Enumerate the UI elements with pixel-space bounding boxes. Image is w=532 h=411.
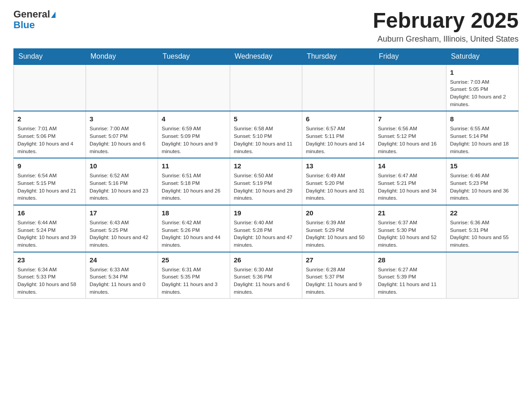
day-info: Sunrise: 7:01 AMSunset: 5:06 PMDaylight:… [17, 125, 82, 155]
day-number: 2 [17, 114, 82, 124]
calendar-title: February 2025 [373, 9, 519, 33]
table-row: 28Sunrise: 6:27 AMSunset: 5:39 PMDayligh… [374, 252, 446, 299]
header-saturday: Saturday [446, 48, 518, 64]
table-row [446, 252, 518, 299]
table-row: 7Sunrise: 6:56 AMSunset: 5:12 PMDaylight… [374, 111, 446, 158]
table-row [374, 64, 446, 111]
day-info: Sunrise: 7:03 AMSunset: 5:05 PMDaylight:… [450, 78, 515, 108]
day-number: 20 [306, 208, 370, 218]
day-info: Sunrise: 6:57 AMSunset: 5:11 PMDaylight:… [306, 125, 370, 155]
day-number: 19 [234, 208, 298, 218]
logo-triangle-icon [51, 12, 56, 18]
day-info: Sunrise: 6:40 AMSunset: 5:28 PMDaylight:… [234, 219, 298, 249]
table-row: 24Sunrise: 6:33 AMSunset: 5:34 PMDayligh… [86, 252, 158, 299]
table-row [86, 64, 158, 111]
table-row: 19Sunrise: 6:40 AMSunset: 5:28 PMDayligh… [230, 205, 302, 252]
day-info: Sunrise: 6:34 AMSunset: 5:33 PMDaylight:… [17, 266, 82, 296]
table-row: 21Sunrise: 6:37 AMSunset: 5:30 PMDayligh… [374, 205, 446, 252]
day-number: 10 [90, 161, 154, 171]
day-info: Sunrise: 6:46 AMSunset: 5:23 PMDaylight:… [450, 172, 515, 202]
day-info: Sunrise: 6:59 AMSunset: 5:09 PMDaylight:… [162, 125, 226, 155]
day-number: 9 [17, 161, 82, 171]
day-number: 21 [378, 208, 442, 218]
day-number: 27 [306, 255, 370, 265]
day-info: Sunrise: 6:28 AMSunset: 5:37 PMDaylight:… [306, 266, 370, 296]
day-info: Sunrise: 6:27 AMSunset: 5:39 PMDaylight:… [378, 266, 442, 296]
day-number: 15 [450, 161, 515, 171]
table-row: 3Sunrise: 7:00 AMSunset: 5:07 PMDaylight… [86, 111, 158, 158]
table-row: 22Sunrise: 6:36 AMSunset: 5:31 PMDayligh… [446, 205, 518, 252]
table-row [14, 64, 86, 111]
day-number: 1 [450, 68, 515, 77]
header-wednesday: Wednesday [230, 48, 302, 64]
table-row: 12Sunrise: 6:50 AMSunset: 5:19 PMDayligh… [230, 158, 302, 205]
table-row [158, 64, 230, 111]
table-row: 16Sunrise: 6:44 AMSunset: 5:24 PMDayligh… [14, 205, 86, 252]
header-thursday: Thursday [302, 48, 374, 64]
day-info: Sunrise: 6:30 AMSunset: 5:36 PMDaylight:… [234, 266, 298, 296]
calendar-week-row: 2Sunrise: 7:01 AMSunset: 5:06 PMDaylight… [14, 111, 519, 158]
day-info: Sunrise: 6:51 AMSunset: 5:18 PMDaylight:… [162, 172, 226, 202]
header-tuesday: Tuesday [158, 48, 230, 64]
day-number: 26 [234, 255, 298, 265]
day-number: 28 [378, 255, 442, 265]
day-number: 11 [162, 161, 226, 171]
day-number: 25 [162, 255, 226, 265]
table-row: 1Sunrise: 7:03 AMSunset: 5:05 PMDaylight… [446, 64, 518, 111]
header-monday: Monday [86, 48, 158, 64]
table-row [302, 64, 374, 111]
table-row: 10Sunrise: 6:52 AMSunset: 5:16 PMDayligh… [86, 158, 158, 205]
table-row: 6Sunrise: 6:57 AMSunset: 5:11 PMDaylight… [302, 111, 374, 158]
day-number: 18 [162, 208, 226, 218]
day-info: Sunrise: 6:47 AMSunset: 5:21 PMDaylight:… [378, 172, 442, 202]
table-row: 9Sunrise: 6:54 AMSunset: 5:15 PMDaylight… [14, 158, 86, 205]
day-info: Sunrise: 6:58 AMSunset: 5:10 PMDaylight:… [234, 125, 298, 155]
day-info: Sunrise: 6:55 AMSunset: 5:14 PMDaylight:… [450, 125, 515, 155]
day-info: Sunrise: 6:44 AMSunset: 5:24 PMDaylight:… [17, 219, 82, 249]
day-number: 5 [234, 114, 298, 124]
day-info: Sunrise: 6:36 AMSunset: 5:31 PMDaylight:… [450, 219, 515, 249]
weekday-header-row: Sunday Monday Tuesday Wednesday Thursday… [14, 48, 519, 64]
table-row: 15Sunrise: 6:46 AMSunset: 5:23 PMDayligh… [446, 158, 518, 205]
day-number: 14 [378, 161, 442, 171]
day-number: 7 [378, 114, 442, 124]
header-friday: Friday [374, 48, 446, 64]
table-row: 14Sunrise: 6:47 AMSunset: 5:21 PMDayligh… [374, 158, 446, 205]
day-number: 4 [162, 114, 226, 124]
day-number: 23 [17, 255, 82, 265]
calendar-subtitle: Auburn Gresham, Illinois, United States [373, 34, 519, 44]
day-info: Sunrise: 6:49 AMSunset: 5:20 PMDaylight:… [306, 172, 370, 202]
day-number: 24 [90, 255, 154, 265]
table-row: 5Sunrise: 6:58 AMSunset: 5:10 PMDaylight… [230, 111, 302, 158]
day-info: Sunrise: 6:39 AMSunset: 5:29 PMDaylight:… [306, 219, 370, 249]
day-info: Sunrise: 6:42 AMSunset: 5:26 PMDaylight:… [162, 219, 226, 249]
day-number: 17 [90, 208, 154, 218]
table-row: 13Sunrise: 6:49 AMSunset: 5:20 PMDayligh… [302, 158, 374, 205]
day-number: 12 [234, 161, 298, 171]
table-row: 27Sunrise: 6:28 AMSunset: 5:37 PMDayligh… [302, 252, 374, 299]
day-info: Sunrise: 6:43 AMSunset: 5:25 PMDaylight:… [90, 219, 154, 249]
day-info: Sunrise: 6:56 AMSunset: 5:12 PMDaylight:… [378, 125, 442, 155]
calendar-week-row: 1Sunrise: 7:03 AMSunset: 5:05 PMDaylight… [14, 64, 519, 111]
table-row [230, 64, 302, 111]
day-info: Sunrise: 6:31 AMSunset: 5:35 PMDaylight:… [162, 266, 226, 296]
page-header: General Blue February 2025 Auburn Gresha… [13, 9, 519, 44]
day-number: 13 [306, 161, 370, 171]
day-info: Sunrise: 7:00 AMSunset: 5:07 PMDaylight:… [90, 125, 154, 155]
logo-general-text: General [13, 9, 50, 20]
day-number: 22 [450, 208, 515, 218]
table-row: 18Sunrise: 6:42 AMSunset: 5:26 PMDayligh… [158, 205, 230, 252]
day-number: 6 [306, 114, 370, 124]
day-info: Sunrise: 6:37 AMSunset: 5:30 PMDaylight:… [378, 219, 442, 249]
table-row: 20Sunrise: 6:39 AMSunset: 5:29 PMDayligh… [302, 205, 374, 252]
table-row: 25Sunrise: 6:31 AMSunset: 5:35 PMDayligh… [158, 252, 230, 299]
table-row: 17Sunrise: 6:43 AMSunset: 5:25 PMDayligh… [86, 205, 158, 252]
calendar-week-row: 9Sunrise: 6:54 AMSunset: 5:15 PMDaylight… [14, 158, 519, 205]
calendar-week-row: 23Sunrise: 6:34 AMSunset: 5:33 PMDayligh… [14, 252, 519, 299]
table-row: 4Sunrise: 6:59 AMSunset: 5:09 PMDaylight… [158, 111, 230, 158]
logo-blue-text: Blue [13, 20, 56, 30]
title-area: February 2025 Auburn Gresham, Illinois, … [373, 9, 519, 44]
calendar-table: Sunday Monday Tuesday Wednesday Thursday… [13, 48, 519, 299]
day-info: Sunrise: 6:52 AMSunset: 5:16 PMDaylight:… [90, 172, 154, 202]
day-info: Sunrise: 6:50 AMSunset: 5:19 PMDaylight:… [234, 172, 298, 202]
